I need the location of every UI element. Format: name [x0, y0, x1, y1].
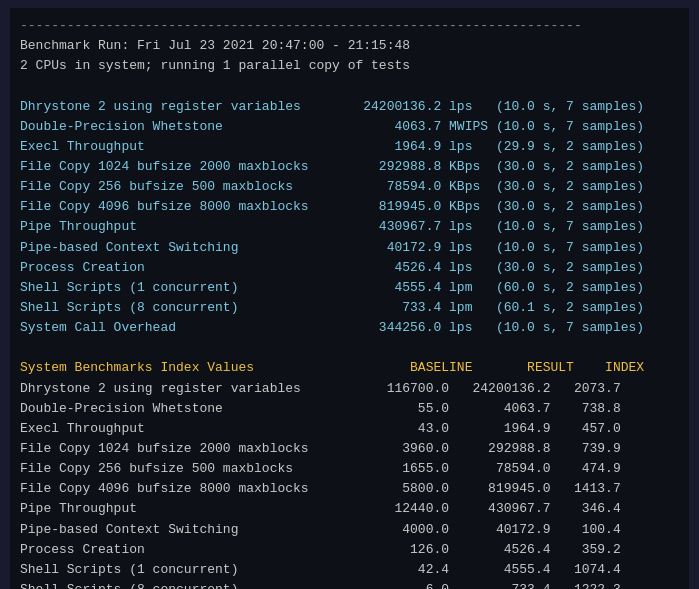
bench-line-1: Dhrystone 2 using register variables 242… — [20, 97, 679, 117]
bench-line-6: File Copy 4096 bufsize 8000 maxblocks 81… — [20, 197, 679, 217]
separator-line: ----------------------------------------… — [20, 16, 679, 36]
bench-line-7: Pipe Throughput 430967.7 lps (10.0 s, 7 … — [20, 217, 679, 237]
data-row-7: Pipe Throughput 12440.0 430967.7 346.4 — [20, 499, 679, 519]
data-row-5: File Copy 256 bufsize 500 maxblocks 1655… — [20, 459, 679, 479]
bench-line-2: Double-Precision Whetstone 4063.7 MWIPS … — [20, 117, 679, 137]
bench-line-3: Execl Throughput 1964.9 lps (29.9 s, 2 s… — [20, 137, 679, 157]
data-row-3: Execl Throughput 43.0 1964.9 457.0 — [20, 419, 679, 439]
bench-line-11: Shell Scripts (8 concurrent) 733.4 lpm (… — [20, 298, 679, 318]
section-header-line: System Benchmarks Index Values BASELINE … — [20, 358, 679, 378]
data-row-6: File Copy 4096 bufsize 8000 maxblocks 58… — [20, 479, 679, 499]
data-row-8: Pipe-based Context Switching 4000.0 4017… — [20, 520, 679, 540]
bench-line-8: Pipe-based Context Switching 40172.9 lps… — [20, 238, 679, 258]
data-row-11: Shell Scripts (8 concurrent) 6.0 733.4 1… — [20, 580, 679, 589]
data-row-9: Process Creation 126.0 4526.4 359.2 — [20, 540, 679, 560]
data-row-1: Dhrystone 2 using register variables 116… — [20, 379, 679, 399]
bench-line-9: Process Creation 4526.4 lps (30.0 s, 2 s… — [20, 258, 679, 278]
bench-line-10: Shell Scripts (1 concurrent) 4555.4 lpm … — [20, 278, 679, 298]
bench-line-5: File Copy 256 bufsize 500 maxblocks 7859… — [20, 177, 679, 197]
blank-2 — [20, 338, 679, 358]
header-line-1: Benchmark Run: Fri Jul 23 2021 20:47:00 … — [20, 36, 679, 56]
data-row-10: Shell Scripts (1 concurrent) 42.4 4555.4… — [20, 560, 679, 580]
data-row-2: Double-Precision Whetstone 55.0 4063.7 7… — [20, 399, 679, 419]
blank-1 — [20, 76, 679, 96]
bench-line-12: System Call Overhead 344256.0 lps (10.0 … — [20, 318, 679, 338]
header-line-2: 2 CPUs in system; running 1 parallel cop… — [20, 56, 679, 76]
data-row-4: File Copy 1024 bufsize 2000 maxblocks 39… — [20, 439, 679, 459]
bench-line-4: File Copy 1024 bufsize 2000 maxblocks 29… — [20, 157, 679, 177]
terminal-window: ----------------------------------------… — [10, 8, 689, 589]
